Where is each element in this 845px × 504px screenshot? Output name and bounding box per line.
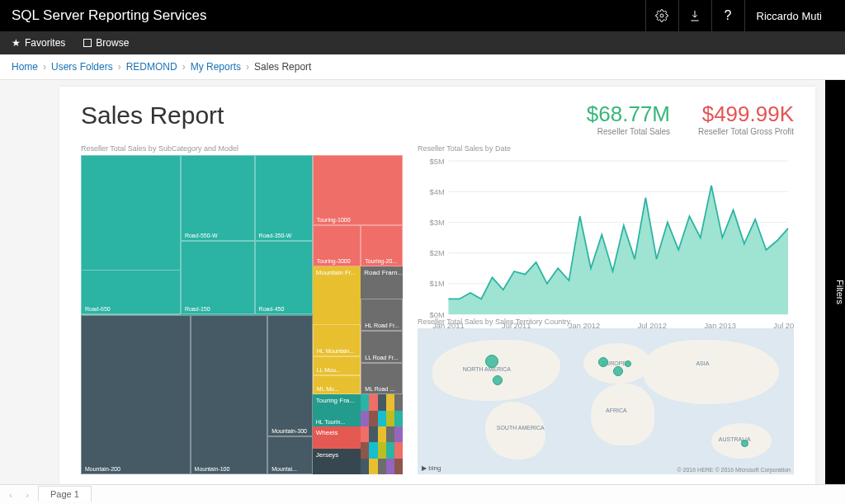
- panel-sales-by-date: Reseller Total Sales by Date $0M$1M$2M$3…: [418, 144, 794, 309]
- kpi-total-sales-label: Reseller Total Sales: [587, 127, 670, 136]
- treemap-cell: [386, 442, 394, 458]
- treemap-cell: LL Road Fr...: [361, 331, 403, 363]
- download-button[interactable]: [678, 0, 711, 31]
- panel-map: Reseller Total Sales by Sales Territory …: [418, 318, 794, 474]
- report-canvas: Sales Report $68.77M Reseller Total Sale…: [59, 87, 815, 484]
- filters-label: Filters: [835, 280, 845, 304]
- treemap-cell: [386, 426, 394, 442]
- treemap-cell: [394, 411, 403, 426]
- treemap-cell: [394, 394, 403, 410]
- treemap-cell: [394, 442, 403, 458]
- filters-flyout-tab[interactable]: Filters: [825, 80, 845, 484]
- treemap-cell: [369, 442, 377, 458]
- favorites-label: Favorites: [25, 37, 65, 49]
- treemap-cell: Touring-3000: [313, 225, 361, 266]
- main-area: Sales Report $68.77M Reseller Total Sale…: [0, 80, 845, 484]
- crumb-users-folders[interactable]: Users Folders: [51, 61, 113, 73]
- treemap-cell: [386, 459, 394, 474]
- treemap-cell: Wheels: [313, 426, 361, 449]
- treemap-cell: Touring Fra...HL Tourin...: [313, 394, 361, 426]
- secondary-toolbar: ★ Favorites Browse: [0, 31, 845, 54]
- kpi-gross-profit-value: $499.99K: [698, 101, 794, 127]
- download-icon: [688, 9, 701, 22]
- treemap-cell: LL Mou...: [313, 356, 361, 375]
- treemap-cell: HL Road Fr...: [361, 299, 403, 331]
- treemap-chart[interactable]: Road BikesRoad-250Road-650Road-550-WRoad…: [81, 155, 403, 474]
- kpi-total-sales-value: $68.77M: [587, 101, 670, 127]
- treemap-cell: [369, 459, 377, 474]
- map-label-as: ASIA: [696, 360, 709, 366]
- browse-label: Browse: [96, 37, 129, 49]
- panel-treemap: Reseller Total Sales by SubCategory and …: [81, 144, 403, 474]
- treemap-cell: Mountai...: [267, 436, 313, 474]
- treemap-cell: [378, 394, 386, 410]
- treemap-cell: Road-150: [181, 241, 255, 314]
- browse-tab[interactable]: Browse: [83, 37, 129, 49]
- pager-prev[interactable]: ‹: [5, 490, 17, 500]
- treemap-cell: [386, 394, 394, 410]
- svg-text:$5M: $5M: [430, 157, 445, 166]
- svg-text:$1M: $1M: [430, 279, 445, 288]
- treemap-cell: [361, 459, 369, 474]
- map-attribution-bing: ▶ bing: [422, 464, 441, 472]
- app-title: SQL Server Reporting Services: [12, 7, 645, 24]
- crumb-my-reports[interactable]: My Reports: [191, 61, 241, 73]
- pager-page-tab[interactable]: Page 1: [38, 486, 92, 502]
- map-chart[interactable]: NORTH AMERICA SOUTH AMERICA EUROPE AFRIC…: [418, 328, 794, 474]
- treemap-cell: Touring-1000: [313, 155, 403, 225]
- pager-bar: ‹ › Page 1: [0, 484, 845, 504]
- treemap-cell: Road-550-W: [181, 155, 255, 241]
- crumb-current: Sales Report: [254, 61, 311, 73]
- treemap-cell: [378, 459, 386, 474]
- browse-icon: [83, 39, 92, 47]
- treemap-cell: [369, 426, 377, 442]
- treemap-cell: Touring-20...: [361, 225, 403, 266]
- treemap-cell: HL Mountain...: [313, 324, 361, 356]
- map-bubble: [625, 360, 631, 367]
- treemap-cell: Road-350-W: [255, 155, 313, 241]
- help-icon: ?: [725, 8, 732, 23]
- map-bubble: [485, 355, 498, 368]
- treemap-cell: [394, 426, 403, 442]
- help-button[interactable]: ?: [711, 0, 744, 31]
- treemap-cell: [369, 411, 377, 426]
- favorites-tab[interactable]: ★ Favorites: [12, 37, 65, 49]
- crumb-redmond[interactable]: REDMOND: [126, 61, 177, 73]
- svg-text:$0M: $0M: [430, 309, 445, 318]
- treemap-cell: Jerseys: [313, 449, 361, 474]
- treemap-cell: [361, 426, 369, 442]
- report-title: Sales Report: [81, 101, 224, 130]
- map-bubble: [741, 440, 748, 447]
- treemap-cell: ML Mo...: [313, 375, 361, 394]
- panel-treemap-title: Reseller Total Sales by SubCategory and …: [81, 144, 403, 153]
- treemap-cell: [378, 426, 386, 442]
- svg-text:$4M: $4M: [430, 187, 445, 196]
- line-chart[interactable]: $0M$1M$2M$3M$4M$5MJan 2011Jul 2011Jan 20…: [418, 155, 794, 332]
- pager-next[interactable]: ›: [21, 490, 33, 500]
- treemap-cell: [361, 394, 369, 410]
- treemap-cell: Mountain-100: [191, 315, 268, 475]
- treemap-cell: [378, 442, 386, 458]
- breadcrumb: Home Users Folders REDMOND My Reports Sa…: [0, 54, 845, 80]
- treemap-cell: Mountain-200: [81, 315, 191, 475]
- kpi-total-sales: $68.77M Reseller Total Sales: [587, 101, 670, 136]
- star-icon: ★: [12, 37, 21, 49]
- app-header: SQL Server Reporting Services ? Riccardo…: [0, 0, 845, 31]
- map-label-sa: SOUTH AMERICA: [497, 425, 545, 431]
- crumb-home[interactable]: Home: [12, 61, 38, 73]
- map-copyright: © 2016 HERE © 2016 Microsoft Corporation: [677, 467, 791, 473]
- treemap-cell: [361, 442, 369, 458]
- panel-sales-by-date-title: Reseller Total Sales by Date: [418, 144, 794, 153]
- treemap-cell: Road-450: [255, 241, 313, 314]
- settings-button[interactable]: [645, 0, 678, 31]
- map-label-af: AFRICA: [606, 407, 627, 413]
- treemap-cell: [386, 411, 394, 426]
- treemap-cell: ML Road ...: [361, 363, 403, 395]
- treemap-cell: Road-650: [81, 270, 181, 314]
- treemap-cell: [378, 411, 386, 426]
- kpi-gross-profit-label: Reseller Total Gross Profit: [698, 127, 794, 136]
- treemap-cell: [369, 394, 377, 410]
- user-menu[interactable]: Riccardo Muti: [744, 0, 833, 31]
- treemap-cell: [361, 411, 369, 426]
- treemap-cell: Mountain-300: [267, 315, 313, 436]
